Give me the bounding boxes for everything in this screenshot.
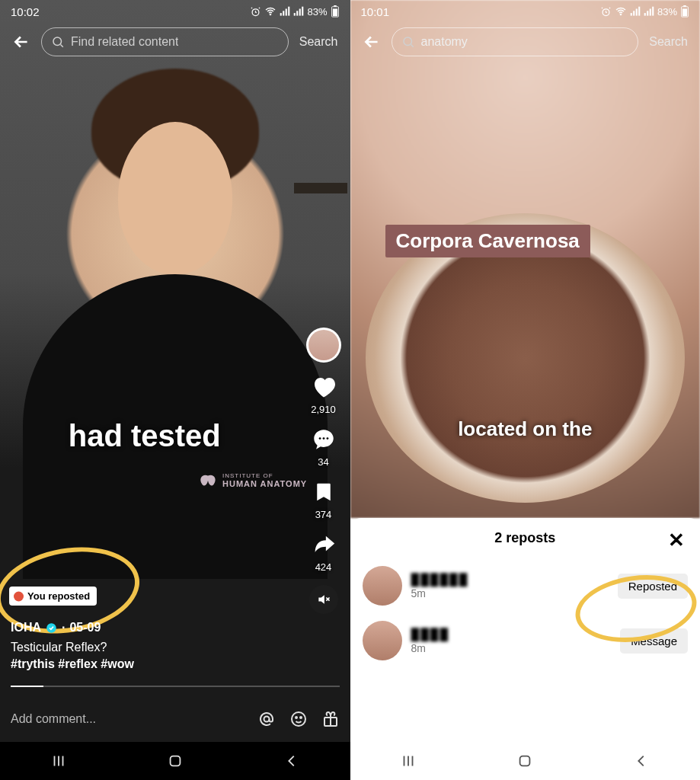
home-icon[interactable] <box>516 753 533 769</box>
share-icon <box>311 532 337 558</box>
arrow-left-icon <box>11 32 31 52</box>
reposts-sheet: 2 reposts ✕ ██████ 5m Reposted ████ 8m M… <box>350 518 701 742</box>
svg-rect-11 <box>332 8 337 16</box>
status-battery-pct: 83% <box>307 6 327 18</box>
save-count: 374 <box>315 509 332 520</box>
signal-icon <box>630 6 641 17</box>
svg-rect-36 <box>683 5 686 7</box>
svg-rect-23 <box>170 756 180 766</box>
svg-rect-31 <box>647 11 648 15</box>
signal-icon-2 <box>644 6 654 17</box>
status-time: 10:01 <box>361 5 390 18</box>
comment-icon <box>311 427 337 452</box>
svg-rect-35 <box>682 8 687 16</box>
illustration-face <box>118 122 232 274</box>
svg-rect-30 <box>644 13 646 16</box>
top-bar: Find related content Search <box>0 27 350 56</box>
author-username[interactable]: IOHA <box>11 621 41 635</box>
like-count: 2,910 <box>311 404 336 415</box>
status-indicators: 83% <box>250 5 339 18</box>
video-caption: had tested <box>0 419 289 453</box>
search-button[interactable]: Search <box>296 35 341 49</box>
comment-action[interactable]: 34 <box>308 424 339 468</box>
recents-icon[interactable] <box>50 753 67 769</box>
status-battery-pct: 83% <box>657 6 677 18</box>
back-button[interactable] <box>360 30 384 54</box>
search-field[interactable]: anatomy <box>392 27 639 56</box>
svg-rect-29 <box>638 7 640 16</box>
user-name[interactable]: ████ <box>411 628 612 641</box>
status-bar: 10:01 83% <box>350 0 701 23</box>
brand-watermark: INSTITUTE OF HUMAN ANATOMY <box>198 472 307 488</box>
share-action[interactable]: 424 <box>308 529 339 573</box>
svg-point-19 <box>292 712 305 726</box>
emoji-icon[interactable] <box>289 710 308 728</box>
alarm-icon <box>600 6 612 18</box>
repost-row: ████ 8m Message <box>363 613 689 668</box>
share-count: 424 <box>315 561 332 573</box>
search-button[interactable]: Search <box>646 35 691 49</box>
butterfly-icon <box>198 473 218 488</box>
post-date: 05-09 <box>69 621 101 635</box>
svg-rect-32 <box>650 9 651 16</box>
svg-point-37 <box>404 37 412 46</box>
back-button[interactable] <box>9 30 34 54</box>
meta-separator: · <box>62 621 65 635</box>
video-hashtags[interactable]: #trythis #reflex #wow <box>11 657 297 671</box>
video-caption: located on the <box>350 417 701 441</box>
battery-icon <box>680 5 689 18</box>
recents-icon[interactable] <box>400 753 417 769</box>
svg-point-14 <box>318 437 321 440</box>
brand-text-2: HUMAN ANATOMY <box>222 479 307 488</box>
screenshot-right: Corpora Cavernosa located on the 10:01 8… <box>350 0 701 780</box>
svg-rect-2 <box>280 13 282 16</box>
svg-point-16 <box>326 437 328 440</box>
battery-icon <box>331 5 340 18</box>
svg-point-21 <box>300 717 302 718</box>
playback-progress[interactable] <box>11 686 340 687</box>
back-nav-icon[interactable] <box>633 753 650 769</box>
user-avatar[interactable] <box>363 566 402 606</box>
save-action[interactable]: 374 <box>308 477 339 520</box>
like-action[interactable]: 2,910 <box>308 372 339 415</box>
user-name[interactable]: ██████ <box>411 573 609 586</box>
author-avatar[interactable] <box>306 328 341 363</box>
illustration-shelf <box>294 183 347 193</box>
search-icon <box>401 35 415 49</box>
top-bar: anatomy Search <box>350 27 701 56</box>
svg-rect-7 <box>297 11 299 15</box>
svg-point-1 <box>270 14 271 14</box>
anatomy-label: Corpora Cavernosa <box>385 225 590 257</box>
home-icon[interactable] <box>167 753 184 769</box>
user-avatar[interactable] <box>363 621 402 660</box>
wifi-icon <box>264 5 276 18</box>
comment-bar: Add comment... <box>0 699 350 739</box>
svg-rect-8 <box>299 9 301 16</box>
back-nav-icon[interactable] <box>283 753 300 769</box>
svg-rect-4 <box>286 9 287 16</box>
message-button[interactable]: Message <box>620 628 688 654</box>
svg-rect-27 <box>633 11 634 15</box>
android-nav-bar <box>0 742 350 780</box>
gift-icon[interactable] <box>321 710 340 728</box>
brand-text-1: INSTITUTE OF <box>222 472 307 479</box>
svg-point-15 <box>322 437 324 440</box>
search-field[interactable]: Find related content <box>41 27 289 56</box>
mention-icon[interactable] <box>257 710 276 728</box>
svg-point-25 <box>620 14 621 14</box>
repost-chip[interactable]: You reposted <box>9 587 97 606</box>
signal-icon-2 <box>293 6 304 17</box>
svg-rect-6 <box>294 13 296 16</box>
alarm-icon <box>250 6 261 18</box>
reposted-button[interactable]: Reposted <box>618 574 688 599</box>
comment-count: 34 <box>318 456 328 468</box>
status-indicators: 83% <box>600 5 689 18</box>
mute-button[interactable] <box>309 585 338 614</box>
screenshot-left: 10:02 83% Find related content Search ha… <box>0 0 350 780</box>
status-bar: 10:02 83% <box>0 0 350 23</box>
comment-input[interactable]: Add comment... <box>11 712 244 726</box>
arrow-left-icon <box>362 32 382 52</box>
svg-rect-3 <box>283 11 285 15</box>
close-button[interactable]: ✕ <box>668 530 685 550</box>
repost-row: ██████ 5m Reposted <box>363 558 689 613</box>
